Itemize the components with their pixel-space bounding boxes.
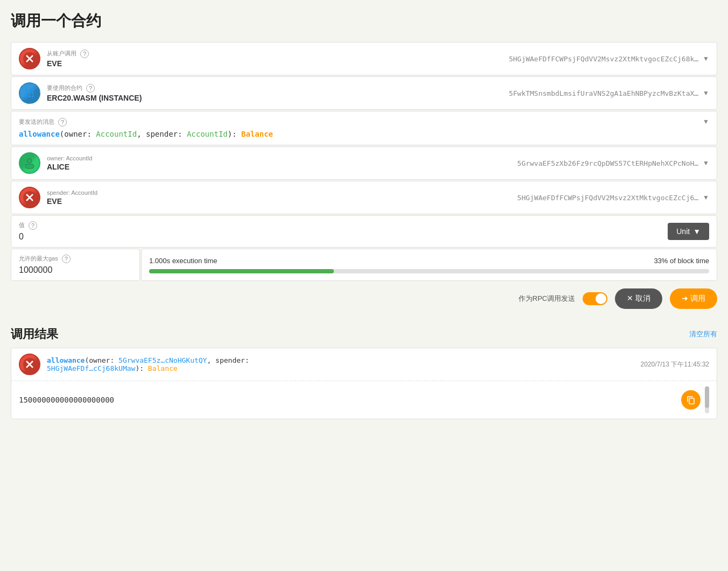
spender-avatar [19,187,40,208]
result-spender-short: 5HGjWAeFDf…cCj68kUMaw [47,364,135,372]
svg-point-4 [29,89,31,91]
spender-param-address: 5HGjWAeFDfFCWPsjFQdVV2Msvz2XtMktvgocEZcC… [111,194,698,202]
progress-bar-bg [149,269,709,273]
progress-bar-fill [149,269,334,273]
svg-point-12 [27,159,32,163]
owner-param-dropdown[interactable]: ▼ [703,159,709,167]
scroll-thumb [705,386,709,408]
from-account-card: 从账户调用 ? EVE 5HGjWAeFDfFCWPsjFQdVV2Msvz2X… [11,42,717,75]
from-account-help[interactable]: ? [80,50,89,58]
scroll-bar[interactable] [705,386,709,413]
message-label: 要发送的消息 ? ▼ [19,118,709,126]
result-avatar [19,354,40,375]
owner-param-name: ALICE [47,163,111,171]
svg-point-11 [32,95,34,97]
message-fn-name: allowance [19,130,60,138]
results-title: 调用结果 [11,326,58,342]
gas-label: 允许的最大gas ? [19,255,132,263]
unit-button[interactable]: Unit ▼ [668,223,709,240]
spender-param-name: EVE [47,197,111,206]
svg-point-6 [25,92,27,94]
from-account-name: EVE [47,59,111,68]
spender-param-card: spender: AccountId EVE 5HGjWAeFDfFCWPsjF… [11,181,717,214]
result-params-close: ): [135,364,148,372]
owner-param-label: owner: AccountId [47,155,111,161]
exec-time-label: 1.000s execution time [149,257,217,265]
copy-button[interactable] [681,390,701,410]
contract-label: 要使用的合约 ? [47,84,142,93]
owner-param-card: owner: AccountId ALICE 5GrwvaEF5zXb26Fz9… [11,146,717,180]
gas-help[interactable]: ? [62,255,71,263]
message-return-type: Balance [241,130,273,138]
from-account-dropdown[interactable]: ▼ [703,55,709,62]
value-help[interactable]: ? [29,221,37,230]
result-params-open: (owner: [85,356,118,364]
result-owner-short: 5GrwvaEF5z…cNoHGKutQY [118,356,207,364]
message-param-type-2: AccountId [187,130,228,138]
result-return-type: Balance [148,364,178,372]
message-help[interactable]: ? [58,118,67,126]
contract-avatar [19,82,40,104]
spender-param-dropdown[interactable]: ▼ [703,194,709,201]
contract-card: 要使用的合约 ? ERC20.WASM (INSTANCE) 5FwkTMSns… [11,76,717,110]
result-value: 150000000000000000000 [19,396,681,404]
result-item: allowance(owner: 5GrwvaEF5z…cNoHGKutQY, … [11,348,717,419]
actions-row: 作为RPC调用发送 ✕ 取消 ➜ 调用 [11,282,717,315]
gas-right: 1.000s execution time 33% of block time [141,249,717,281]
result-info: allowance(owner: 5GrwvaEF5z…cNoHGKutQY, … [47,356,630,372]
svg-rect-20 [689,398,694,404]
invoke-button[interactable]: ➜ 调用 [670,288,717,309]
owner-param-address: 5GrwvaEF5zXb26Fz9rcQpDWS57CtERHpNehXCPcN… [111,159,698,167]
result-timestamp: 2020/7/13 下午11:45:32 [641,360,709,369]
svg-point-7 [29,92,31,94]
value-input[interactable] [19,232,662,242]
gas-section: 允许的最大gas ? 1000000 1.000s execution time… [11,249,717,281]
contract-help[interactable]: ? [86,84,95,93]
rpc-toggle[interactable] [583,292,607,305]
eve-avatar [19,48,40,69]
from-account-label: 从账户调用 ? [47,50,111,58]
toggle-knob [596,293,606,304]
unit-label: Unit [676,227,690,236]
message-params-sep: , spender: [137,130,187,138]
clear-all-button[interactable]: 清空所有 [689,329,717,339]
alice-avatar [19,152,40,174]
unit-dropdown-icon: ▼ [693,227,701,236]
value-section: 值 ? Unit ▼ [11,215,717,248]
message-params-open: (owner: [60,130,96,138]
from-account-address: 5HGjWAeFDfFCWPsjFQdVV2Msvz2XtMktvgocEZcC… [111,55,698,63]
result-row: allowance(owner: 5GrwvaEF5z…cNoHGKutQY, … [11,348,717,380]
svg-point-3 [25,89,27,91]
message-dropdown[interactable]: ▼ [703,118,709,125]
result-params-sep: , spender: [207,356,249,364]
rpc-label: 作为RPC调用发送 [519,294,575,304]
gas-box: 允许的最大gas ? 1000000 [11,249,140,281]
value-label: 值 ? [19,221,662,230]
gas-value: 1000000 [19,265,132,275]
message-param-type-1: AccountId [96,130,137,138]
block-time-label: 33% of block time [654,257,709,265]
message-content: allowance(owner: AccountId, spender: Acc… [19,130,709,138]
result-value-row: 150000000000000000000 [11,380,717,419]
results-header: 调用结果 清空所有 [11,326,717,342]
contract-address: 5FwkTMSnsmbdLmsifUraVNS2gA1aEhNBPyzcMvBz… [142,89,698,97]
svg-point-10 [29,95,31,97]
message-section: 要发送的消息 ? ▼ allowance(owner: AccountId, s… [11,111,717,145]
contract-name: ERC20.WASM (INSTANCE) [47,94,142,102]
svg-rect-13 [25,164,34,168]
svg-point-9 [25,95,27,97]
message-params-close: ): [228,130,241,138]
page-title: 调用一个合约 [11,11,717,31]
svg-point-8 [32,92,34,94]
contract-dropdown[interactable]: ▼ [703,89,709,97]
result-fn-name: allowance [47,356,85,364]
cancel-button[interactable]: ✕ 取消 [615,288,662,309]
spender-param-label: spender: AccountId [47,189,111,196]
svg-point-5 [32,89,34,91]
